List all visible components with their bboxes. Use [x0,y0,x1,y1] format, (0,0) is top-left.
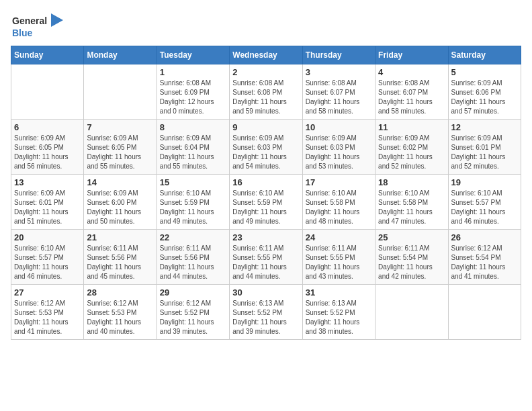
day-number: 2 [232,67,299,77]
day-number: 22 [160,232,226,242]
day-number: 7 [87,122,153,132]
calendar-cell: 3Sunrise: 6:08 AM Sunset: 6:07 PM Daylig… [302,64,375,120]
day-number: 4 [378,67,445,77]
day-number: 17 [306,177,372,187]
calendar-cell: 2Sunrise: 6:08 AM Sunset: 6:08 PM Daylig… [230,64,302,120]
calendar-week-3: 13Sunrise: 6:09 AM Sunset: 6:01 PM Dayli… [11,175,521,230]
day-number: 6 [14,122,81,132]
calendar-cell: 28Sunrise: 6:12 AM Sunset: 5:53 PM Dayli… [84,285,157,340]
page-header: GeneralBlue [11,11,521,40]
day-number: 25 [378,232,445,242]
weekday-header-saturday: Saturday [448,46,521,64]
day-number: 3 [306,67,372,77]
day-number: 19 [451,177,518,187]
calendar-cell: 14Sunrise: 6:09 AM Sunset: 6:00 PM Dayli… [84,175,157,230]
day-number: 31 [306,287,372,298]
day-info: Sunrise: 6:12 AM Sunset: 5:53 PM Dayligh… [14,299,81,336]
day-info: Sunrise: 6:11 AM Sunset: 5:54 PM Dayligh… [378,244,445,281]
weekday-row: SundayMondayTuesdayWednesdayThursdayFrid… [11,46,521,64]
calendar-cell: 25Sunrise: 6:11 AM Sunset: 5:54 PM Dayli… [375,230,448,285]
day-info: Sunrise: 6:09 AM Sunset: 6:03 PM Dayligh… [232,134,299,171]
day-info: Sunrise: 6:11 AM Sunset: 5:55 PM Dayligh… [232,244,299,281]
weekday-header-sunday: Sunday [11,46,84,64]
calendar-cell: 18Sunrise: 6:10 AM Sunset: 5:58 PM Dayli… [375,175,448,230]
calendar-cell: 22Sunrise: 6:11 AM Sunset: 5:56 PM Dayli… [157,230,229,285]
calendar-cell: 15Sunrise: 6:10 AM Sunset: 5:59 PM Dayli… [157,175,229,230]
day-number: 5 [451,67,518,77]
calendar-week-1: 1Sunrise: 6:08 AM Sunset: 6:09 PM Daylig… [11,64,521,120]
calendar-cell: 20Sunrise: 6:10 AM Sunset: 5:57 PM Dayli… [11,230,84,285]
calendar-cell [375,285,448,340]
calendar-cell: 1Sunrise: 6:08 AM Sunset: 6:09 PM Daylig… [157,64,229,120]
day-info: Sunrise: 6:09 AM Sunset: 6:05 PM Dayligh… [87,134,153,171]
day-info: Sunrise: 6:09 AM Sunset: 6:05 PM Dayligh… [14,134,81,171]
calendar-cell: 24Sunrise: 6:11 AM Sunset: 5:55 PM Dayli… [302,230,375,285]
calendar-cell: 17Sunrise: 6:10 AM Sunset: 5:58 PM Dayli… [302,175,375,230]
calendar-cell: 9Sunrise: 6:09 AM Sunset: 6:03 PM Daylig… [230,120,302,175]
day-info: Sunrise: 6:10 AM Sunset: 5:59 PM Dayligh… [160,189,226,226]
day-info: Sunrise: 6:09 AM Sunset: 6:06 PM Dayligh… [451,79,518,116]
calendar-cell: 27Sunrise: 6:12 AM Sunset: 5:53 PM Dayli… [11,285,84,340]
day-info: Sunrise: 6:08 AM Sunset: 6:07 PM Dayligh… [378,79,445,116]
svg-text:General: General [12,15,47,26]
day-number: 27 [14,287,81,298]
svg-marker-0 [51,13,63,27]
day-number: 26 [451,232,518,242]
calendar-week-2: 6Sunrise: 6:09 AM Sunset: 6:05 PM Daylig… [11,120,521,175]
calendar-cell: 31Sunrise: 6:13 AM Sunset: 5:52 PM Dayli… [302,285,375,340]
calendar-body: 1Sunrise: 6:08 AM Sunset: 6:09 PM Daylig… [11,64,521,340]
calendar-cell: 12Sunrise: 6:09 AM Sunset: 6:01 PM Dayli… [448,120,521,175]
day-number: 8 [160,122,226,132]
day-info: Sunrise: 6:12 AM Sunset: 5:52 PM Dayligh… [160,299,226,336]
day-number: 28 [87,287,153,298]
day-info: Sunrise: 6:12 AM Sunset: 5:54 PM Dayligh… [451,244,518,281]
day-number: 14 [87,177,153,187]
logo-svg: GeneralBlue [11,11,64,40]
weekday-header-tuesday: Tuesday [157,46,229,64]
day-info: Sunrise: 6:09 AM Sunset: 6:04 PM Dayligh… [160,134,226,171]
day-number: 23 [232,232,299,242]
calendar-cell: 19Sunrise: 6:10 AM Sunset: 5:57 PM Dayli… [448,175,521,230]
day-number: 11 [378,122,445,132]
day-number: 24 [306,232,372,242]
calendar-table: SundayMondayTuesdayWednesdayThursdayFrid… [11,46,521,340]
calendar-cell: 11Sunrise: 6:09 AM Sunset: 6:02 PM Dayli… [375,120,448,175]
calendar-cell: 21Sunrise: 6:11 AM Sunset: 5:56 PM Dayli… [84,230,157,285]
day-info: Sunrise: 6:10 AM Sunset: 5:58 PM Dayligh… [306,189,372,226]
day-number: 29 [160,287,226,298]
day-info: Sunrise: 6:10 AM Sunset: 5:57 PM Dayligh… [451,189,518,226]
day-info: Sunrise: 6:09 AM Sunset: 6:01 PM Dayligh… [14,189,81,226]
calendar-week-4: 20Sunrise: 6:10 AM Sunset: 5:57 PM Dayli… [11,230,521,285]
logo: GeneralBlue [11,11,64,40]
day-number: 1 [160,67,226,77]
calendar-cell: 10Sunrise: 6:09 AM Sunset: 6:03 PM Dayli… [302,120,375,175]
calendar-cell: 4Sunrise: 6:08 AM Sunset: 6:07 PM Daylig… [375,64,448,120]
day-number: 10 [306,122,372,132]
day-number: 13 [14,177,81,187]
calendar-week-5: 27Sunrise: 6:12 AM Sunset: 5:53 PM Dayli… [11,285,521,340]
day-info: Sunrise: 6:13 AM Sunset: 5:52 PM Dayligh… [306,299,372,336]
day-number: 21 [87,232,153,242]
day-number: 30 [232,287,299,298]
calendar-cell: 29Sunrise: 6:12 AM Sunset: 5:52 PM Dayli… [157,285,229,340]
weekday-header-monday: Monday [84,46,157,64]
calendar-cell: 16Sunrise: 6:10 AM Sunset: 5:59 PM Dayli… [230,175,302,230]
day-number: 18 [378,177,445,187]
day-info: Sunrise: 6:10 AM Sunset: 5:59 PM Dayligh… [232,189,299,226]
day-number: 15 [160,177,226,187]
day-info: Sunrise: 6:08 AM Sunset: 6:09 PM Dayligh… [160,79,226,116]
calendar-cell: 30Sunrise: 6:13 AM Sunset: 5:52 PM Dayli… [230,285,302,340]
day-info: Sunrise: 6:08 AM Sunset: 6:07 PM Dayligh… [306,79,372,116]
calendar-cell [84,64,157,120]
weekday-header-thursday: Thursday [302,46,375,64]
day-number: 12 [451,122,518,132]
day-number: 9 [232,122,299,132]
day-info: Sunrise: 6:10 AM Sunset: 5:57 PM Dayligh… [14,244,81,281]
day-info: Sunrise: 6:11 AM Sunset: 5:55 PM Dayligh… [306,244,372,281]
calendar-cell [11,64,84,120]
day-number: 20 [14,232,81,242]
day-info: Sunrise: 6:13 AM Sunset: 5:52 PM Dayligh… [232,299,299,336]
calendar-cell: 23Sunrise: 6:11 AM Sunset: 5:55 PM Dayli… [230,230,302,285]
day-info: Sunrise: 6:09 AM Sunset: 6:02 PM Dayligh… [378,134,445,171]
day-number: 16 [232,177,299,187]
